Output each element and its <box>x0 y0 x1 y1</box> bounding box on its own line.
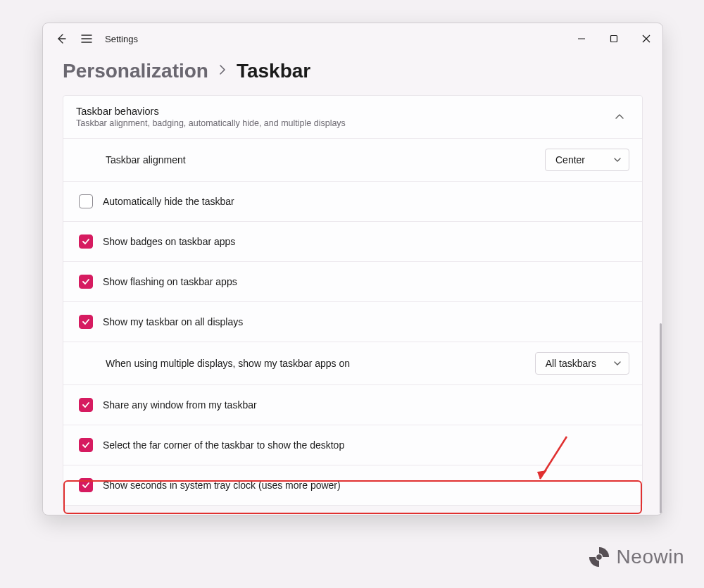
chevron-right-icon <box>218 63 227 80</box>
neowin-logo-icon <box>589 546 610 568</box>
checkbox-show-seconds[interactable] <box>79 478 93 492</box>
row-label: Automatically hide the taskbar <box>103 196 629 207</box>
row-label: When using multiple displays, show my ta… <box>106 358 535 369</box>
close-icon <box>642 35 650 43</box>
svg-rect-4 <box>611 36 617 42</box>
checkbox-share-window[interactable] <box>79 398 93 412</box>
watermark: Neowin <box>589 546 684 568</box>
checkmark-icon <box>82 277 90 286</box>
row-taskbar-alignment: Taskbar alignment Center <box>63 138 642 181</box>
row-far-corner: Select the far corner of the taskbar to … <box>63 425 642 465</box>
breadcrumb-parent[interactable]: Personalization <box>63 60 208 82</box>
checkmark-icon <box>82 237 90 246</box>
multidisplay-dropdown[interactable]: All taskbars <box>535 352 629 375</box>
chevron-up-icon <box>615 112 624 122</box>
checkmark-icon <box>82 441 90 449</box>
minimize-button[interactable] <box>565 27 598 50</box>
row-share-window: Share any window from my taskbar <box>63 384 642 425</box>
breadcrumb-current: Taskbar <box>237 60 310 82</box>
dropdown-value: Center <box>555 154 585 165</box>
checkbox-all-displays[interactable] <box>79 315 93 329</box>
checkbox-autohide[interactable] <box>79 194 93 208</box>
row-label: Taskbar alignment <box>106 154 545 165</box>
checkbox-flashing[interactable] <box>79 275 93 289</box>
checkmark-icon <box>82 401 90 409</box>
hamburger-icon <box>81 34 92 44</box>
chevron-down-icon <box>613 359 622 368</box>
card-subtitle: Taskbar alignment, badging, automaticall… <box>76 118 610 128</box>
row-multiple-displays: When using multiple displays, show my ta… <box>63 342 642 384</box>
row-label: Share any window from my taskbar <box>103 399 629 411</box>
row-flashing: Show flashing on taskbar apps <box>63 261 642 301</box>
minimize-icon <box>577 35 586 43</box>
maximize-icon <box>610 35 618 43</box>
checkmark-icon <box>82 481 90 489</box>
row-all-displays: Show my taskbar on all displays <box>63 301 642 342</box>
checkmark-icon <box>82 318 90 326</box>
settings-window: Settings Personalization <box>42 23 663 515</box>
app-title: Settings <box>99 34 138 44</box>
watermark-text: Neowin <box>617 546 684 568</box>
row-label: Show flashing on taskbar apps <box>103 276 629 287</box>
close-button[interactable] <box>630 27 662 50</box>
row-label: Show seconds in system tray clock (uses … <box>103 480 629 491</box>
row-label: Show badges on taskbar apps <box>103 236 629 247</box>
back-button[interactable] <box>49 23 74 54</box>
dropdown-value: All taskbars <box>546 358 596 369</box>
scrollbar-thumb[interactable] <box>660 323 662 513</box>
row-autohide: Automatically hide the taskbar <box>63 181 642 221</box>
checkbox-far-corner[interactable] <box>79 438 93 452</box>
titlebar: Settings <box>43 23 662 54</box>
chevron-down-icon <box>613 156 622 164</box>
checkbox-badges[interactable] <box>79 234 93 249</box>
collapse-button[interactable] <box>610 107 629 127</box>
taskbar-behaviors-card: Taskbar behaviors Taskbar alignment, bad… <box>63 95 643 506</box>
row-label: Select the far corner of the taskbar to … <box>103 439 629 451</box>
row-label: Show my taskbar on all displays <box>103 316 629 327</box>
window-controls <box>565 27 662 50</box>
maximize-button[interactable] <box>598 27 630 50</box>
card-header[interactable]: Taskbar behaviors Taskbar alignment, bad… <box>63 96 642 138</box>
arrow-left-icon <box>56 33 67 44</box>
breadcrumb: Personalization Taskbar <box>43 54 662 95</box>
alignment-dropdown[interactable]: Center <box>545 149 629 171</box>
nav-menu-button[interactable] <box>74 23 99 54</box>
row-badges: Show badges on taskbar apps <box>63 221 642 261</box>
row-show-seconds: Show seconds in system tray clock (uses … <box>63 465 642 505</box>
svg-point-11 <box>596 554 602 560</box>
card-title: Taskbar behaviors <box>76 106 610 117</box>
